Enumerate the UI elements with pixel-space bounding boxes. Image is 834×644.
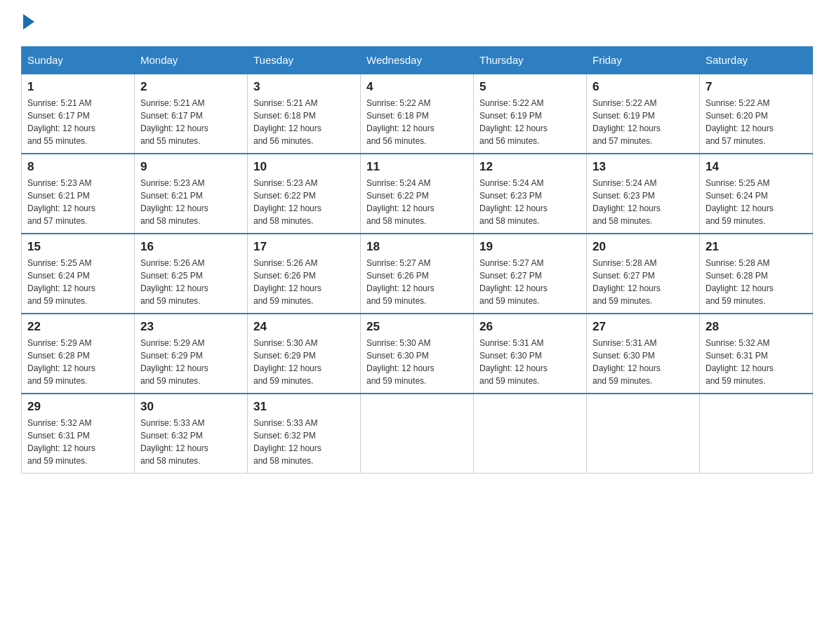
day-number: 11 bbox=[366, 160, 468, 174]
calendar-cell: 31Sunrise: 5:33 AMSunset: 6:32 PMDayligh… bbox=[248, 394, 361, 474]
day-info: Sunrise: 5:26 AMSunset: 6:25 PMDaylight:… bbox=[140, 257, 241, 307]
logo-arrow-icon bbox=[23, 14, 34, 29]
day-number: 16 bbox=[140, 240, 241, 254]
calendar-cell: 16Sunrise: 5:26 AMSunset: 6:25 PMDayligh… bbox=[135, 234, 248, 314]
day-info: Sunrise: 5:27 AMSunset: 6:26 PMDaylight:… bbox=[366, 257, 468, 307]
calendar-cell: 24Sunrise: 5:30 AMSunset: 6:29 PMDayligh… bbox=[248, 314, 361, 394]
day-number: 27 bbox=[593, 320, 694, 334]
day-info: Sunrise: 5:28 AMSunset: 6:28 PMDaylight:… bbox=[706, 257, 807, 307]
calendar-cell bbox=[361, 394, 474, 474]
day-number: 15 bbox=[27, 240, 128, 254]
day-number: 12 bbox=[479, 160, 581, 174]
calendar-week-2: 8Sunrise: 5:23 AMSunset: 6:21 PMDaylight… bbox=[22, 154, 813, 234]
day-info: Sunrise: 5:22 AMSunset: 6:19 PMDaylight:… bbox=[479, 97, 581, 147]
calendar-cell: 25Sunrise: 5:30 AMSunset: 6:30 PMDayligh… bbox=[361, 314, 474, 394]
day-number: 21 bbox=[706, 240, 807, 254]
calendar-cell: 4Sunrise: 5:22 AMSunset: 6:18 PMDaylight… bbox=[361, 74, 474, 154]
day-number: 3 bbox=[253, 80, 355, 94]
calendar-cell bbox=[700, 394, 813, 474]
calendar-cell: 8Sunrise: 5:23 AMSunset: 6:21 PMDaylight… bbox=[22, 154, 135, 234]
day-info: Sunrise: 5:23 AMSunset: 6:22 PMDaylight:… bbox=[253, 177, 355, 227]
calendar-cell bbox=[474, 394, 587, 474]
day-number: 6 bbox=[593, 80, 694, 94]
day-number: 28 bbox=[706, 320, 807, 334]
calendar-cell: 14Sunrise: 5:25 AMSunset: 6:24 PMDayligh… bbox=[700, 154, 813, 234]
calendar-cell: 30Sunrise: 5:33 AMSunset: 6:32 PMDayligh… bbox=[135, 394, 248, 474]
weekday-header-sunday: Sunday bbox=[22, 47, 135, 74]
day-info: Sunrise: 5:28 AMSunset: 6:27 PMDaylight:… bbox=[593, 257, 694, 307]
calendar-cell: 29Sunrise: 5:32 AMSunset: 6:31 PMDayligh… bbox=[22, 394, 135, 474]
day-info: Sunrise: 5:22 AMSunset: 6:19 PMDaylight:… bbox=[593, 97, 694, 147]
day-info: Sunrise: 5:21 AMSunset: 6:17 PMDaylight:… bbox=[27, 97, 128, 147]
day-info: Sunrise: 5:22 AMSunset: 6:20 PMDaylight:… bbox=[706, 97, 807, 147]
day-info: Sunrise: 5:30 AMSunset: 6:30 PMDaylight:… bbox=[366, 337, 468, 387]
calendar-cell: 7Sunrise: 5:22 AMSunset: 6:20 PMDaylight… bbox=[700, 74, 813, 154]
calendar-cell: 19Sunrise: 5:27 AMSunset: 6:27 PMDayligh… bbox=[474, 234, 587, 314]
day-info: Sunrise: 5:21 AMSunset: 6:17 PMDaylight:… bbox=[140, 97, 241, 147]
calendar-week-4: 22Sunrise: 5:29 AMSunset: 6:28 PMDayligh… bbox=[22, 314, 813, 394]
day-number: 23 bbox=[140, 320, 241, 334]
day-number: 30 bbox=[140, 400, 241, 414]
day-number: 31 bbox=[253, 400, 355, 414]
weekday-header-friday: Friday bbox=[587, 47, 700, 74]
day-number: 9 bbox=[140, 160, 241, 174]
day-number: 17 bbox=[253, 240, 355, 254]
calendar-cell: 3Sunrise: 5:21 AMSunset: 6:18 PMDaylight… bbox=[248, 74, 361, 154]
day-number: 1 bbox=[27, 80, 128, 94]
day-info: Sunrise: 5:25 AMSunset: 6:24 PMDaylight:… bbox=[706, 177, 807, 227]
day-info: Sunrise: 5:23 AMSunset: 6:21 PMDaylight:… bbox=[27, 177, 128, 227]
calendar-week-1: 1Sunrise: 5:21 AMSunset: 6:17 PMDaylight… bbox=[22, 74, 813, 154]
page-header bbox=[21, 14, 813, 32]
day-number: 29 bbox=[27, 400, 128, 414]
calendar-cell: 2Sunrise: 5:21 AMSunset: 6:17 PMDaylight… bbox=[135, 74, 248, 154]
day-info: Sunrise: 5:32 AMSunset: 6:31 PMDaylight:… bbox=[706, 337, 807, 387]
day-number: 4 bbox=[366, 80, 468, 94]
day-info: Sunrise: 5:23 AMSunset: 6:21 PMDaylight:… bbox=[140, 177, 241, 227]
day-number: 10 bbox=[253, 160, 355, 174]
day-info: Sunrise: 5:27 AMSunset: 6:27 PMDaylight:… bbox=[479, 257, 581, 307]
calendar-week-5: 29Sunrise: 5:32 AMSunset: 6:31 PMDayligh… bbox=[22, 394, 813, 474]
calendar-table: SundayMondayTuesdayWednesdayThursdayFrid… bbox=[21, 46, 813, 474]
day-number: 26 bbox=[479, 320, 581, 334]
day-number: 20 bbox=[593, 240, 694, 254]
day-info: Sunrise: 5:29 AMSunset: 6:28 PMDaylight:… bbox=[27, 337, 128, 387]
weekday-header-row: SundayMondayTuesdayWednesdayThursdayFrid… bbox=[22, 47, 813, 74]
calendar-cell: 17Sunrise: 5:26 AMSunset: 6:26 PMDayligh… bbox=[248, 234, 361, 314]
calendar-week-3: 15Sunrise: 5:25 AMSunset: 6:24 PMDayligh… bbox=[22, 234, 813, 314]
calendar-cell: 22Sunrise: 5:29 AMSunset: 6:28 PMDayligh… bbox=[22, 314, 135, 394]
day-info: Sunrise: 5:33 AMSunset: 6:32 PMDaylight:… bbox=[140, 417, 241, 467]
calendar-cell: 20Sunrise: 5:28 AMSunset: 6:27 PMDayligh… bbox=[587, 234, 700, 314]
day-info: Sunrise: 5:24 AMSunset: 6:23 PMDaylight:… bbox=[479, 177, 581, 227]
day-number: 24 bbox=[253, 320, 355, 334]
calendar-cell: 23Sunrise: 5:29 AMSunset: 6:29 PMDayligh… bbox=[135, 314, 248, 394]
calendar-cell: 11Sunrise: 5:24 AMSunset: 6:22 PMDayligh… bbox=[361, 154, 474, 234]
day-info: Sunrise: 5:31 AMSunset: 6:30 PMDaylight:… bbox=[593, 337, 694, 387]
calendar-cell bbox=[587, 394, 700, 474]
day-number: 19 bbox=[479, 240, 581, 254]
day-info: Sunrise: 5:32 AMSunset: 6:31 PMDaylight:… bbox=[27, 417, 128, 467]
day-number: 22 bbox=[27, 320, 128, 334]
day-number: 25 bbox=[366, 320, 468, 334]
weekday-header-monday: Monday bbox=[135, 47, 248, 74]
day-number: 5 bbox=[479, 80, 581, 94]
day-info: Sunrise: 5:24 AMSunset: 6:23 PMDaylight:… bbox=[593, 177, 694, 227]
day-number: 8 bbox=[27, 160, 128, 174]
day-number: 18 bbox=[366, 240, 468, 254]
day-info: Sunrise: 5:31 AMSunset: 6:30 PMDaylight:… bbox=[479, 337, 581, 387]
logo bbox=[21, 14, 34, 32]
day-info: Sunrise: 5:25 AMSunset: 6:24 PMDaylight:… bbox=[27, 257, 128, 307]
calendar-cell: 15Sunrise: 5:25 AMSunset: 6:24 PMDayligh… bbox=[22, 234, 135, 314]
calendar-cell: 21Sunrise: 5:28 AMSunset: 6:28 PMDayligh… bbox=[700, 234, 813, 314]
calendar-cell: 12Sunrise: 5:24 AMSunset: 6:23 PMDayligh… bbox=[474, 154, 587, 234]
calendar-cell: 26Sunrise: 5:31 AMSunset: 6:30 PMDayligh… bbox=[474, 314, 587, 394]
day-number: 14 bbox=[706, 160, 807, 174]
day-info: Sunrise: 5:30 AMSunset: 6:29 PMDaylight:… bbox=[253, 337, 355, 387]
calendar-cell: 10Sunrise: 5:23 AMSunset: 6:22 PMDayligh… bbox=[248, 154, 361, 234]
day-info: Sunrise: 5:33 AMSunset: 6:32 PMDaylight:… bbox=[253, 417, 355, 467]
calendar-cell: 28Sunrise: 5:32 AMSunset: 6:31 PMDayligh… bbox=[700, 314, 813, 394]
day-info: Sunrise: 5:22 AMSunset: 6:18 PMDaylight:… bbox=[366, 97, 468, 147]
calendar-cell: 13Sunrise: 5:24 AMSunset: 6:23 PMDayligh… bbox=[587, 154, 700, 234]
calendar-cell: 6Sunrise: 5:22 AMSunset: 6:19 PMDaylight… bbox=[587, 74, 700, 154]
day-info: Sunrise: 5:21 AMSunset: 6:18 PMDaylight:… bbox=[253, 97, 355, 147]
weekday-header-thursday: Thursday bbox=[474, 47, 587, 74]
